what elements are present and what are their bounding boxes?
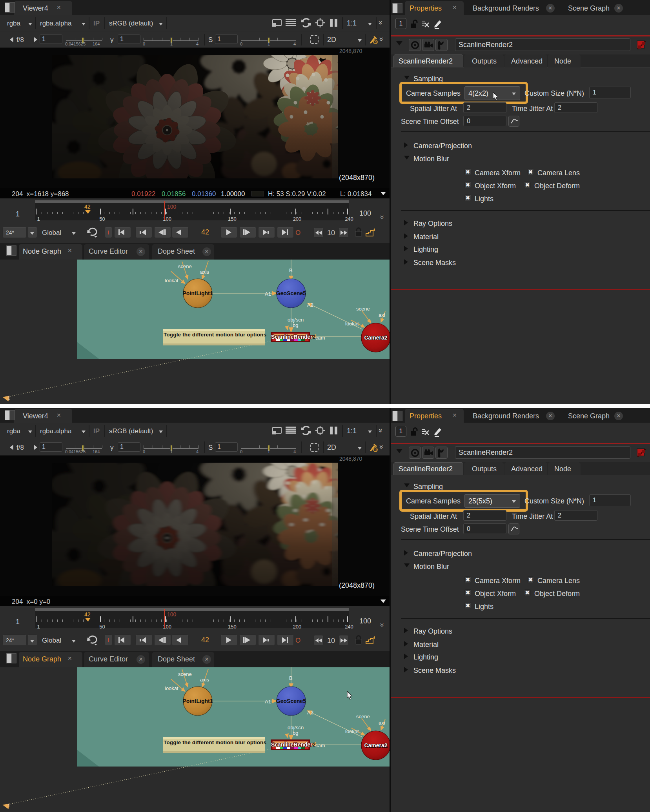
svg-text:Camera2: Camera2 (364, 334, 387, 341)
svg-text:cam: cam (315, 743, 325, 748)
svg-text:B: B (289, 675, 293, 681)
svg-text:lookat: lookat (345, 728, 359, 734)
svg-text:A1: A1 (265, 699, 271, 705)
svg-text:scene: scene (356, 714, 370, 719)
svg-text:ScanlineRender2: ScanlineRender2 (271, 741, 316, 748)
svg-text:axi: axi (379, 720, 385, 726)
svg-text:obj/scn: obj/scn (288, 725, 304, 730)
svg-text:lookat: lookat (345, 321, 359, 327)
svg-text:A2: A2 (307, 302, 313, 308)
svg-text:ScanlineRender2: ScanlineRender2 (271, 334, 316, 340)
svg-text:lookat: lookat (165, 278, 178, 283)
svg-text:A2: A2 (307, 710, 313, 716)
svg-text:1: 1 (8, 804, 10, 808)
svg-text:axis: axis (200, 269, 209, 275)
svg-text:A1: A1 (265, 291, 271, 297)
svg-text:PointLight1: PointLight1 (183, 698, 213, 704)
svg-text:bg: bg (293, 322, 298, 328)
svg-text:scene: scene (178, 671, 192, 677)
svg-text:axis: axis (200, 677, 209, 683)
svg-text:GeoScene5: GeoScene5 (276, 698, 306, 704)
svg-text:cam: cam (315, 335, 325, 341)
svg-text:0: 0 (375, 448, 377, 452)
svg-text:obj/scn: obj/scn (288, 317, 304, 323)
svg-text:Toggle the different motion bl: Toggle the different motion blur options (164, 739, 266, 745)
svg-text:scene: scene (178, 263, 192, 269)
svg-text:0: 0 (375, 40, 377, 44)
svg-text:GeoScene5: GeoScene5 (276, 290, 306, 296)
svg-text:1: 1 (8, 396, 10, 400)
svg-text:axi: axi (379, 312, 385, 318)
svg-text:PointLight1: PointLight1 (183, 290, 213, 296)
svg-text:Toggle the different motion bl: Toggle the different motion blur options (164, 332, 266, 338)
svg-text:Camera2: Camera2 (364, 742, 387, 748)
svg-text:lookat: lookat (165, 685, 178, 691)
svg-text:scene: scene (356, 306, 370, 312)
svg-text:bg: bg (293, 730, 298, 736)
svg-text:B: B (289, 267, 293, 273)
